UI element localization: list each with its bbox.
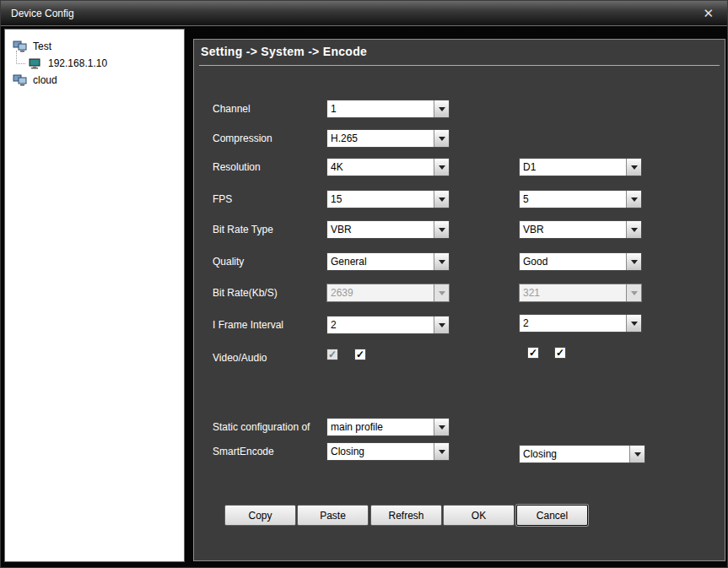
chevron-down-icon[interactable] [434,419,449,435]
bitrate-select-main: 2639 [326,284,450,302]
cancel-button[interactable]: Cancel [516,505,588,526]
chevron-down-icon[interactable] [434,100,449,117]
compression-select[interactable]: H.265 [326,129,450,148]
chevron-down-glyph [631,165,638,170]
window-title: Device Config [11,8,74,19]
chevron-down-icon[interactable] [434,443,449,460]
chevron-down-glyph [631,291,638,295]
check-icon: ✓ [529,348,537,358]
bitrate-value-sub: 321 [520,284,626,301]
chevron-down-icon[interactable] [434,221,449,238]
tree-item-label: 192.168.1.10 [48,57,107,69]
static-profile-select[interactable]: main profile [326,418,450,436]
device-config-window: Device Config ✕ Test 192.168.1.1 [0,0,728,568]
device-tree: Test 192.168.1.10 cloud [4,29,185,562]
compression-value: H.265 [327,130,434,147]
chevron-down-glyph [439,137,445,141]
static-config-label: Static configuration of [213,421,310,433]
chevron-down-icon[interactable] [434,316,449,333]
bitrate-type-select-sub[interactable]: VBR [519,220,642,239]
tree-item-device-ip[interactable]: 192.168.1.10 [5,55,184,72]
iframe-interval-label: I Frame Interval [213,319,283,331]
chevron-down-icon[interactable] [626,159,641,176]
resolution-value-main: 4K [327,159,434,176]
encode-settings-panel: Setting -> System -> Encode Channel 1 Co… [193,39,725,561]
copy-button[interactable]: Copy [224,505,296,526]
channel-select[interactable]: 1 [326,100,450,118]
chevron-down-glyph [439,260,445,264]
chevron-down-glyph [631,197,638,202]
check-icon: ✓ [556,348,564,358]
chevron-down-glyph [439,425,445,430]
refresh-button[interactable]: Refresh [370,505,442,526]
video-audio-label: Video/Audio [213,352,267,364]
check-icon: ✓ [356,349,364,360]
chevron-down-icon[interactable] [434,159,449,176]
bitrate-label: Bit Rate(Kb/S) [213,287,278,299]
device-group-icon [12,74,29,86]
iframe-interval-value-sub: 2 [520,315,626,332]
compression-label: Compression [213,133,272,144]
chevron-down-glyph [439,165,445,170]
chevron-down-icon [626,284,641,301]
chevron-down-icon[interactable] [629,446,644,463]
iframe-interval-select-sub[interactable]: 2 [519,314,642,333]
smart-encode-value-main: Closing [327,443,434,460]
bitrate-type-select-main[interactable]: VBR [326,220,450,239]
bitrate-value-main: 2639 [327,284,434,301]
tree-item-cloud[interactable]: cloud [5,72,184,89]
chevron-down-icon[interactable] [434,191,449,208]
chevron-down-glyph [439,291,445,295]
chevron-down-icon[interactable] [626,253,641,270]
bitrate-type-value-sub: VBR [520,221,626,238]
smart-encode-select-sub[interactable]: Closing [519,445,645,463]
fps-select-sub[interactable]: 5 [519,190,642,208]
chevron-down-glyph [439,450,445,454]
quality-value-sub: Good [520,253,626,270]
chevron-down-glyph [634,452,641,457]
chevron-down-glyph [631,228,638,232]
fps-select-main[interactable]: 15 [326,190,450,208]
chevron-down-icon[interactable] [434,130,449,147]
quality-select-main[interactable]: General [326,252,450,271]
titlebar: Device Config ✕ [1,1,727,26]
tree-item-test[interactable]: Test [5,38,184,55]
check-icon: ✓ [328,349,337,360]
channel-value: 1 [327,100,434,117]
chevron-down-icon[interactable] [626,191,641,208]
chevron-down-glyph [439,228,445,232]
resolution-select-sub[interactable]: D1 [519,158,642,176]
breadcrumb: Setting -> System -> Encode [201,45,367,58]
chevron-down-glyph [439,323,445,327]
close-icon[interactable]: ✕ [699,7,717,19]
smart-encode-select-main[interactable]: Closing [326,442,450,461]
chevron-down-glyph [439,107,445,111]
audio-checkbox-sub[interactable]: ✓ [554,347,566,359]
tree-item-label: cloud [33,74,57,86]
resolution-select-main[interactable]: 4K [326,158,450,176]
channel-label: Channel [213,103,251,115]
bitrate-type-label: Bit Rate Type [213,224,273,235]
smart-encode-label: SmartEncode [213,446,274,457]
fps-value-main: 15 [327,191,434,208]
chevron-down-icon [434,284,449,301]
quality-select-sub[interactable]: Good [519,252,642,271]
quality-label: Quality [213,256,244,268]
smart-encode-value-sub: Closing [520,446,629,463]
chevron-down-icon[interactable] [626,221,641,238]
paste-button[interactable]: Paste [297,505,369,526]
iframe-interval-select-main[interactable]: 2 [326,316,450,334]
video-checkbox-sub[interactable]: ✓ [527,347,539,359]
chevron-down-icon[interactable] [626,315,641,332]
chevron-down-glyph [631,322,638,326]
bitrate-select-sub: 321 [519,284,642,302]
resolution-value-sub: D1 [520,159,626,176]
chevron-down-glyph [439,197,445,202]
device-icon [27,58,44,69]
ok-button[interactable]: OK [443,505,515,526]
iframe-interval-value-main: 2 [327,316,434,333]
static-profile-value: main profile [327,419,434,435]
quality-value-main: General [327,253,434,270]
chevron-down-icon[interactable] [434,253,449,270]
audio-checkbox-main[interactable]: ✓ [354,349,366,360]
